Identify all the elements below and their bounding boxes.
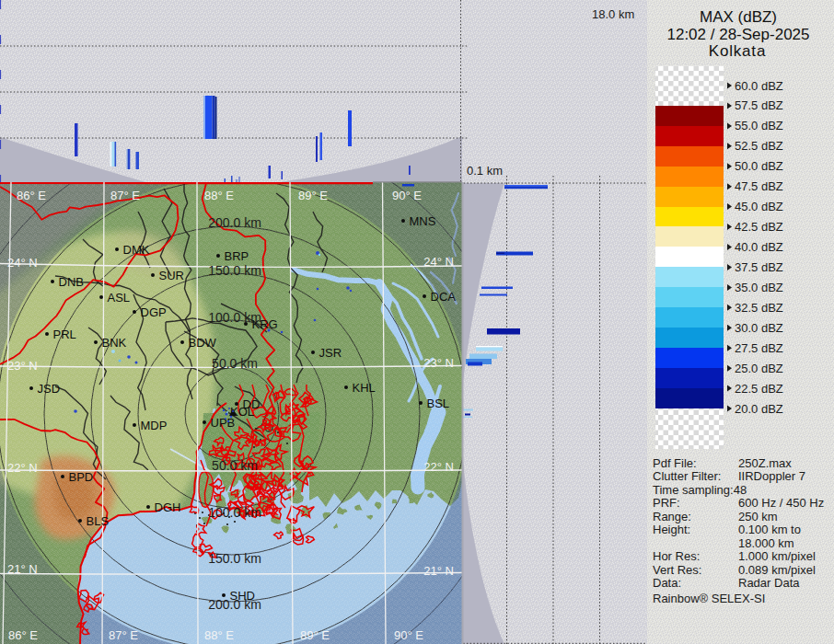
- svg-text:42.5 dBZ: 42.5 dBZ: [735, 220, 783, 234]
- svg-text:90° E: 90° E: [392, 189, 422, 202]
- svg-text:IIRDoppler 7: IIRDoppler 7: [738, 469, 805, 483]
- svg-text:0.1 km: 0.1 km: [467, 164, 503, 178]
- svg-text:52.5 dBZ: 52.5 dBZ: [735, 139, 783, 153]
- svg-text:SHD: SHD: [230, 589, 255, 603]
- svg-text:89° E: 89° E: [298, 189, 328, 202]
- svg-text:JSR: JSR: [319, 346, 342, 360]
- svg-text:Pdf File:: Pdf File:: [653, 456, 697, 470]
- svg-text:55.0 dBZ: 55.0 dBZ: [735, 119, 783, 132]
- svg-text:32.5 dBZ: 32.5 dBZ: [735, 301, 783, 315]
- svg-text:50.0 dBZ: 50.0 dBZ: [735, 159, 783, 173]
- svg-text:21° N: 21° N: [423, 564, 454, 578]
- svg-text:150.0 km: 150.0 km: [208, 551, 261, 566]
- svg-text:50.0 km: 50.0 km: [212, 458, 258, 473]
- svg-text:25.0 dBZ: 25.0 dBZ: [735, 362, 783, 375]
- svg-text:90° E: 90° E: [394, 628, 423, 642]
- svg-text:250Z.max: 250Z.max: [738, 456, 792, 470]
- svg-text:MAX (dBZ): MAX (dBZ): [700, 8, 777, 26]
- svg-text:KRG: KRG: [252, 317, 278, 331]
- svg-text:12:02 / 28-Sep-2025: 12:02 / 28-Sep-2025: [666, 26, 809, 43]
- svg-text:45.0 dBZ: 45.0 dBZ: [735, 200, 783, 213]
- svg-text:100.0 km: 100.0 km: [208, 505, 261, 520]
- svg-text:PRF:: PRF:: [653, 496, 680, 510]
- svg-text:88° E: 88° E: [204, 189, 234, 202]
- svg-text:DGP: DGP: [141, 305, 167, 319]
- svg-text:18.000 km: 18.000 km: [738, 536, 794, 550]
- svg-text:0.100 km to: 0.100 km to: [738, 523, 801, 536]
- svg-text:DGH: DGH: [155, 500, 181, 514]
- svg-text:Range:: Range:: [653, 510, 691, 523]
- svg-text:35.0 dBZ: 35.0 dBZ: [735, 281, 783, 294]
- svg-text:BNK: BNK: [102, 336, 127, 350]
- svg-text:Clutter Filter:: Clutter Filter:: [653, 469, 721, 483]
- svg-text:JSD: JSD: [38, 382, 61, 396]
- svg-text:KHL: KHL: [353, 381, 376, 395]
- svg-text:Data:: Data:: [653, 576, 681, 590]
- svg-text:88° E: 88° E: [204, 628, 234, 642]
- svg-text:87° E: 87° E: [110, 189, 140, 202]
- svg-text:Hor Res:: Hor Res:: [653, 549, 700, 563]
- svg-text:23° N: 23° N: [423, 356, 454, 370]
- svg-text:86° E: 86° E: [17, 189, 46, 202]
- svg-text:47.5 dBZ: 47.5 dBZ: [735, 179, 783, 193]
- svg-text:0.089 km/pixel: 0.089 km/pixel: [738, 563, 816, 577]
- svg-text:DNB: DNB: [59, 275, 84, 289]
- svg-text:Radar Data: Radar Data: [738, 576, 800, 590]
- svg-text:24° N: 24° N: [423, 255, 454, 269]
- svg-text:DCA: DCA: [431, 290, 457, 304]
- svg-text:20.0 dBZ: 20.0 dBZ: [735, 402, 783, 416]
- svg-text:1.000 km/pixel: 1.000 km/pixel: [738, 549, 816, 563]
- svg-text:22° N: 22° N: [7, 461, 38, 475]
- svg-text:40.0 dBZ: 40.0 dBZ: [735, 240, 783, 254]
- svg-text:200.0 km: 200.0 km: [208, 215, 261, 230]
- svg-text:DMK: DMK: [123, 243, 150, 257]
- svg-text:Time sampling:48: Time sampling:48: [653, 483, 747, 497]
- svg-text:27.5 dBZ: 27.5 dBZ: [735, 341, 783, 355]
- svg-text:BLS: BLS: [87, 514, 110, 528]
- svg-text:21° N: 21° N: [7, 562, 38, 576]
- svg-text:SUR: SUR: [159, 269, 184, 282]
- svg-text:150.0 km: 150.0 km: [208, 263, 261, 278]
- svg-text:22.5 dBZ: 22.5 dBZ: [735, 382, 783, 396]
- svg-text:87° E: 87° E: [109, 628, 138, 642]
- svg-text:MNS: MNS: [410, 214, 436, 228]
- svg-text:37.5 dBZ: 37.5 dBZ: [735, 260, 783, 274]
- svg-text:Height:: Height:: [653, 523, 690, 536]
- svg-text:57.5 dBZ: 57.5 dBZ: [735, 98, 783, 112]
- svg-text:18.0 km: 18.0 km: [592, 7, 634, 21]
- svg-text:BRP: BRP: [225, 249, 249, 263]
- svg-text:250 km: 250 km: [738, 510, 778, 523]
- svg-text:86° E: 86° E: [8, 628, 38, 642]
- svg-text:23° N: 23° N: [7, 359, 38, 373]
- svg-text:24° N: 24° N: [7, 256, 38, 270]
- svg-text:BSL: BSL: [427, 397, 450, 410]
- svg-text:22° N: 22° N: [423, 460, 454, 474]
- svg-text:BPD: BPD: [69, 470, 94, 484]
- svg-text:Kolkata: Kolkata: [709, 42, 766, 60]
- svg-text:Vert Res:: Vert Res:: [653, 563, 701, 577]
- svg-text:89° E: 89° E: [300, 628, 330, 642]
- svg-text:30.0 dBZ: 30.0 dBZ: [735, 321, 783, 335]
- svg-text:600 Hz / 450 Hz: 600 Hz / 450 Hz: [738, 496, 824, 510]
- svg-text:60.0 dBZ: 60.0 dBZ: [735, 79, 783, 93]
- svg-text:ASL: ASL: [108, 291, 131, 305]
- svg-text:PRL: PRL: [53, 328, 76, 341]
- svg-text:BDW: BDW: [189, 336, 217, 350]
- svg-text:50.0 km: 50.0 km: [212, 356, 258, 371]
- svg-text:Rainbow® SELEX-SI: Rainbow® SELEX-SI: [653, 592, 765, 605]
- svg-text:MDP: MDP: [141, 419, 168, 432]
